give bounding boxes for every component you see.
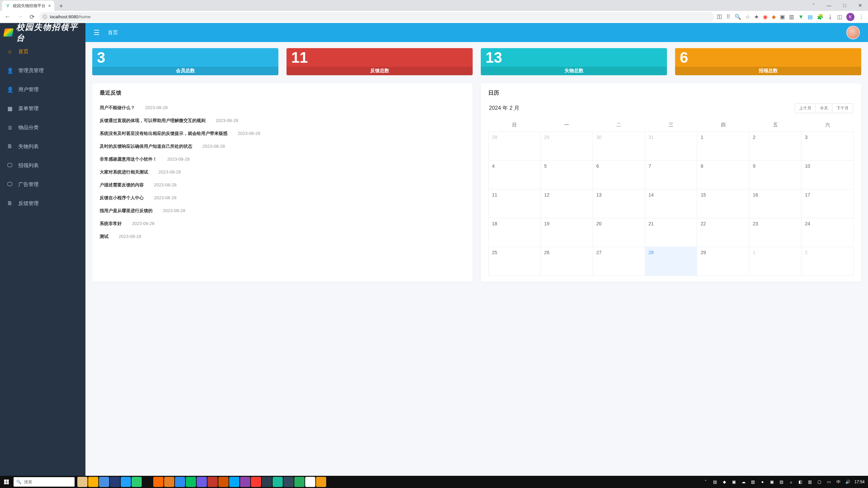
user-avatar[interactable] [846, 26, 860, 39]
taskbar-app-icon[interactable] [218, 477, 229, 487]
feedback-item[interactable]: 系统没有及时甚至没有给出相应的反馈提示，就会给用户带来疑惑2023-08-28 [100, 127, 465, 140]
feedback-item[interactable]: 及时的反馈响应以确保用户知道自己所处的状态2023-08-28 [100, 140, 465, 153]
calendar-day-cell[interactable]: 13 [593, 189, 645, 218]
taskbar-app-icon[interactable] [283, 477, 294, 487]
calendar-day-cell[interactable]: 2 [749, 132, 802, 161]
menu-dots-icon[interactable]: ⋮ [859, 14, 864, 20]
tray-icon[interactable]: ● [760, 480, 766, 484]
taskbar-app-icon[interactable] [164, 477, 174, 487]
calendar-day-cell[interactable]: 29 [697, 247, 749, 276]
tray-icon[interactable]: ▧ [750, 480, 756, 484]
ext1-icon[interactable]: ◉ [763, 14, 768, 20]
sidebar-item-category[interactable]: ≣物品分类 [0, 118, 85, 137]
ext4-icon[interactable]: ▥ [789, 14, 794, 20]
breadcrumb[interactable]: 首页 [108, 29, 118, 36]
feedback-item[interactable]: 测试2023-08-18 [100, 230, 465, 243]
tray-icon[interactable]: ▭ [826, 480, 832, 484]
download-icon[interactable]: ⭳ [828, 14, 833, 20]
calendar-day-cell[interactable]: 5 [540, 161, 593, 189]
tray-icon[interactable]: ◆ [722, 480, 728, 484]
taskbar-app-icon[interactable] [197, 477, 207, 487]
side-panel-icon[interactable]: ◫ [837, 14, 842, 20]
taskbar-app-icon[interactable] [208, 477, 218, 487]
taskbar-app-icon[interactable] [316, 477, 326, 487]
sidebar-item-user[interactable]: 👤用户管理 [0, 80, 85, 99]
calendar-day-cell[interactable]: 3 [802, 132, 854, 161]
calendar-day-cell[interactable]: 1 [749, 247, 802, 276]
reload-button[interactable]: ⟳ [27, 12, 37, 22]
calendar-day-cell[interactable]: 10 [802, 161, 854, 189]
feedback-item[interactable]: 大家对系统进行相关测试2023-08-28 [100, 166, 465, 179]
calendar-day-cell[interactable]: 17 [802, 189, 854, 218]
tray-icon[interactable]: ▢ [816, 480, 823, 484]
sidebar-item-found[interactable]: 🖵招领列表 [0, 156, 85, 175]
sidebar-toggle-icon[interactable]: ☰ [94, 28, 100, 37]
taskbar-app-icon[interactable] [251, 477, 261, 487]
back-button[interactable]: ← [3, 12, 12, 22]
calendar-day-cell[interactable]: 30 [593, 132, 645, 161]
calendar-day-cell[interactable]: 11 [489, 189, 541, 218]
taskbar-app-icon[interactable] [153, 477, 163, 487]
tray-icon[interactable]: ▣ [731, 480, 737, 484]
calendar-day-cell[interactable]: 27 [593, 247, 645, 276]
taskbar-app-icon[interactable] [99, 477, 109, 487]
start-button[interactable] [0, 476, 13, 488]
taskbar-app-icon[interactable] [121, 477, 131, 487]
taskbar-app-icon[interactable] [186, 477, 196, 487]
taskbar-clock[interactable]: 17:54 [854, 480, 865, 484]
calendar-today-button[interactable]: 今天 [816, 103, 832, 113]
sidebar-item-menu[interactable]: ▦菜单管理 [0, 99, 85, 118]
tray-icon[interactable]: ▤ [778, 480, 785, 484]
calendar-day-cell[interactable]: 28 [489, 132, 541, 161]
tray-icon[interactable]: ▵ [788, 480, 794, 484]
ext2-icon[interactable]: ◆ [772, 14, 776, 20]
taskbar-app-icon[interactable] [88, 477, 98, 487]
zoom-icon[interactable]: 🔍 [734, 14, 741, 20]
feedback-item[interactable]: 用户不能做什么？2023-08-28 [100, 101, 465, 114]
calendar-day-cell[interactable]: 28 [645, 247, 697, 276]
calendar-day-cell[interactable]: 25 [489, 247, 541, 276]
maximize-button[interactable]: □ [837, 0, 852, 11]
calendar-day-cell[interactable]: 21 [645, 218, 697, 247]
feedback-item[interactable]: 户描述需要反馈的内容2023-08-28 [100, 179, 465, 191]
browser-tab[interactable]: V 校园失物招领平台 × [2, 1, 54, 11]
bookmark-icon[interactable]: ★ [754, 14, 759, 20]
tray-icon[interactable]: ▥ [807, 480, 813, 484]
taskbar-app-icon[interactable] [175, 477, 185, 487]
calendar-day-cell[interactable]: 20 [593, 218, 645, 247]
taskbar-app-icon[interactable] [240, 477, 250, 487]
tray-icon[interactable]: ▣ [769, 480, 775, 484]
share-icon[interactable]: ☆ [745, 14, 750, 20]
feedback-item[interactable]: 系统非常好2023-08-28 [100, 217, 465, 230]
ext5-icon[interactable]: ▼ [798, 14, 804, 20]
taskbar-app-icon[interactable] [77, 477, 87, 487]
taskbar-app-icon[interactable] [305, 477, 315, 487]
taskbar-app-icon[interactable] [262, 477, 272, 487]
key-icon[interactable]: ⚿ [717, 14, 722, 20]
ext6-icon[interactable]: ▤ [808, 14, 813, 20]
feedback-item[interactable]: 指用户是从哪里进行反馈的2023-08-28 [100, 204, 465, 217]
translate-icon[interactable]: ⠿ [726, 14, 730, 20]
feedback-item[interactable]: 非常感谢愿意用这个小软件！2023-08-28 [100, 153, 465, 166]
calendar-day-cell[interactable]: 18 [489, 218, 541, 247]
calendar-day-cell[interactable]: 12 [540, 189, 593, 218]
taskbar-app-icon[interactable] [229, 477, 239, 487]
calendar-day-cell[interactable]: 15 [697, 189, 749, 218]
tray-icon[interactable]: ◧ [797, 480, 804, 484]
tab-close-icon[interactable]: × [48, 3, 51, 8]
tray-icon[interactable]: ▤ [712, 480, 718, 484]
calendar-day-cell[interactable]: 23 [749, 218, 802, 247]
calendar-day-cell[interactable]: 1 [697, 132, 749, 161]
calendar-day-cell[interactable]: 29 [540, 132, 593, 161]
calendar-day-cell[interactable]: 9 [749, 161, 802, 189]
calendar-day-cell[interactable]: 26 [540, 247, 593, 276]
sidebar-item-home[interactable]: ⌂首页 [0, 42, 85, 61]
sidebar-item-lost[interactable]: 🗎失物列表 [0, 137, 85, 156]
sidebar-item-ad[interactable]: 🖵广告管理 [0, 175, 85, 194]
ext3-icon[interactable]: ▣ [780, 14, 785, 20]
calendar-day-cell[interactable]: 19 [540, 218, 593, 247]
forward-button[interactable]: → [15, 12, 24, 22]
tray-icon[interactable]: 中 [835, 479, 842, 485]
taskbar-app-icon[interactable] [294, 477, 304, 487]
sidebar-item-feedback[interactable]: 🗎反馈管理 [0, 194, 85, 213]
